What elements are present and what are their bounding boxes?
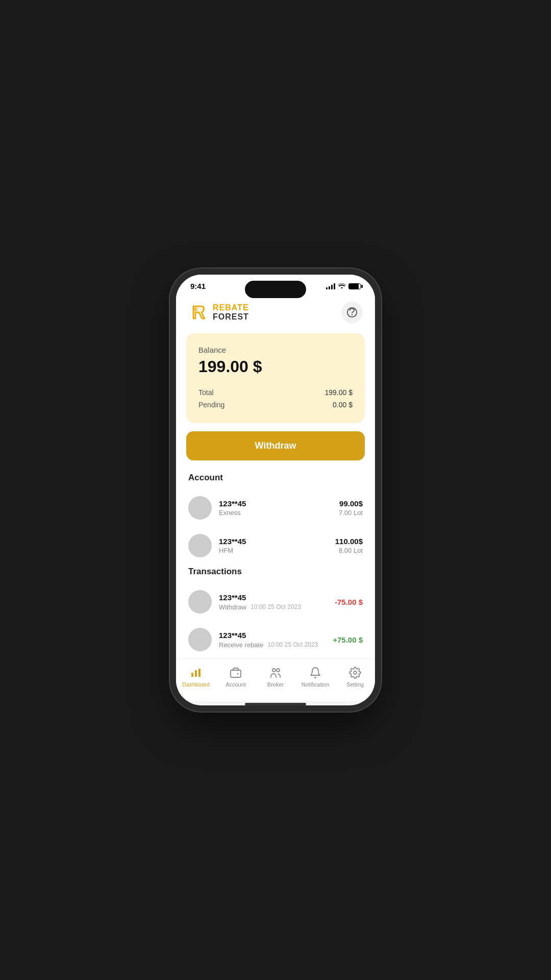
users-icon bbox=[269, 666, 282, 679]
account-item[interactable]: 123**45 HFM 110.00$ 8.00 Lot bbox=[176, 527, 375, 565]
svg-point-8 bbox=[237, 673, 239, 675]
balance-pending-row: Pending 0.00 $ bbox=[198, 401, 353, 409]
balance-label: Balance bbox=[198, 346, 353, 354]
pending-value: 0.00 $ bbox=[333, 401, 353, 409]
nav-item-broker[interactable]: Broker bbox=[256, 663, 295, 691]
transaction-number: 123**45 bbox=[219, 593, 328, 602]
transaction-date: 10:00 25 Oct 2023 bbox=[251, 603, 301, 610]
avatar bbox=[188, 534, 212, 557]
nav-label-setting: Setting bbox=[346, 681, 364, 688]
app-header: REBATE FOREST bbox=[176, 293, 375, 329]
status-icons bbox=[326, 282, 361, 290]
logo-icon bbox=[188, 302, 209, 323]
avatar bbox=[188, 496, 212, 520]
balance-amount: 199.00 $ bbox=[198, 357, 353, 376]
account-values: 110.00$ 8.00 Lot bbox=[335, 537, 363, 554]
account-amount: 110.00$ bbox=[335, 537, 363, 546]
svg-point-3 bbox=[352, 314, 353, 315]
svg-rect-6 bbox=[198, 669, 201, 677]
account-lot: 8.00 Lot bbox=[335, 547, 363, 554]
svg-point-1 bbox=[193, 307, 197, 311]
svg-point-11 bbox=[354, 671, 357, 674]
pending-label: Pending bbox=[198, 401, 224, 409]
svg-point-10 bbox=[277, 669, 280, 672]
total-value: 199.00 $ bbox=[325, 388, 353, 397]
transaction-amount: +75.00 $ bbox=[333, 635, 363, 644]
transaction-meta: Receive rebate 10:00 25 Oct 2023 bbox=[219, 641, 325, 649]
account-broker: Exness bbox=[219, 509, 332, 517]
dynamic-island bbox=[245, 281, 306, 298]
transaction-info: 123**45 Withdraw 10:00 25 Oct 2023 bbox=[219, 593, 328, 611]
wallet-icon bbox=[229, 666, 242, 679]
bottom-nav: Dashboard Account bbox=[176, 658, 375, 701]
svg-rect-5 bbox=[195, 670, 197, 677]
transaction-type: Withdraw bbox=[219, 603, 246, 611]
gear-icon bbox=[348, 666, 362, 679]
phone-frame: 9:41 bbox=[176, 275, 375, 705]
transaction-meta: Withdraw 10:00 25 Oct 2023 bbox=[219, 603, 328, 611]
total-label: Total bbox=[198, 388, 214, 397]
account-item[interactable]: 123**45 Exness 99.00$ 7.00 Lot bbox=[176, 489, 375, 527]
svg-point-9 bbox=[272, 669, 276, 672]
transaction-item[interactable]: 123**45 Withdraw 10:00 25 Oct 2023 -75.0… bbox=[176, 583, 375, 621]
nav-label-dashboard: Dashboard bbox=[182, 681, 210, 688]
balance-total-row: Total 199.00 $ bbox=[198, 388, 353, 397]
bell-icon bbox=[309, 666, 322, 679]
account-number: 123**45 bbox=[219, 537, 328, 546]
account-lot: 7.00 Lot bbox=[339, 509, 363, 517]
avatar bbox=[188, 590, 212, 614]
transaction-item[interactable]: 123**45 Receive rebate 10:00 25 Oct 2023… bbox=[176, 621, 375, 658]
battery-icon bbox=[348, 283, 361, 289]
support-button[interactable] bbox=[341, 302, 363, 323]
transaction-number: 123**45 bbox=[219, 631, 325, 640]
nav-label-notification: Notification bbox=[302, 681, 329, 688]
nav-label-broker: Broker bbox=[267, 681, 284, 688]
wifi-icon bbox=[338, 282, 346, 290]
nav-item-account[interactable]: Account bbox=[216, 663, 256, 691]
account-info: 123**45 HFM bbox=[219, 537, 328, 554]
signal-icon bbox=[326, 283, 335, 289]
nav-item-setting[interactable]: Setting bbox=[335, 663, 375, 691]
account-number: 123**45 bbox=[219, 499, 332, 508]
transactions-section-title: Transactions bbox=[176, 565, 375, 583]
nav-item-dashboard[interactable]: Dashboard bbox=[176, 663, 216, 691]
withdraw-button[interactable]: Withdraw bbox=[186, 431, 365, 460]
account-section-title: Account bbox=[176, 471, 375, 489]
avatar bbox=[188, 628, 212, 651]
nav-item-notification[interactable]: Notification bbox=[295, 663, 335, 691]
account-amount: 99.00$ bbox=[339, 499, 363, 508]
chart-bar-icon bbox=[189, 666, 203, 679]
transaction-date: 10:00 25 Oct 2023 bbox=[267, 641, 318, 648]
logo: REBATE FOREST bbox=[188, 302, 249, 323]
balance-card: Balance 199.00 $ Total 199.00 $ Pending … bbox=[186, 333, 365, 423]
account-broker: HFM bbox=[219, 547, 328, 554]
home-indicator bbox=[245, 703, 306, 705]
account-values: 99.00$ 7.00 Lot bbox=[339, 499, 363, 517]
status-time: 9:41 bbox=[190, 282, 206, 290]
account-info: 123**45 Exness bbox=[219, 499, 332, 517]
screen-content: REBATE FOREST .support-btn { position: r… bbox=[176, 293, 375, 658]
logo-forest: FOREST bbox=[213, 312, 249, 322]
logo-text: REBATE FOREST bbox=[213, 303, 249, 321]
svg-rect-4 bbox=[191, 673, 193, 677]
transaction-info: 123**45 Receive rebate 10:00 25 Oct 2023 bbox=[219, 631, 325, 649]
transaction-type: Receive rebate bbox=[219, 641, 263, 649]
transaction-amount: -75.00 $ bbox=[335, 598, 363, 606]
svg-rect-7 bbox=[231, 670, 241, 677]
logo-rebate: REBATE bbox=[213, 303, 249, 312]
nav-label-account: Account bbox=[226, 681, 246, 688]
